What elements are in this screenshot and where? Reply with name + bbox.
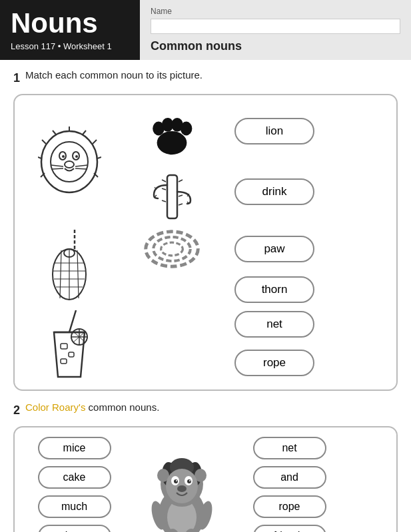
cactus-icon-cell <box>147 162 197 222</box>
svg-point-4 <box>181 122 193 136</box>
word-net: net <box>234 311 314 338</box>
section2-header: 2 Color Roary's common nouns. <box>13 401 398 419</box>
svg-point-71 <box>174 479 178 483</box>
svg-line-45 <box>60 250 61 298</box>
word-and: and <box>253 466 326 489</box>
cactus-icon <box>147 162 197 222</box>
svg-line-12 <box>42 140 46 144</box>
roary-icon-cell <box>142 441 222 533</box>
gourd-icon <box>48 226 91 303</box>
lesson-subtitle: Lesson 117 • Worksheet 1 <box>11 41 129 51</box>
exercise2-grid: mice <box>23 437 388 532</box>
drink-cup-icon <box>46 307 93 380</box>
word-paw: paw <box>234 236 314 262</box>
instruction-black-text: common nouns. <box>89 401 160 413</box>
svg-line-8 <box>93 140 97 144</box>
page: Nouns Lesson 117 • Worksheet 1 Name Comm… <box>0 0 411 532</box>
svg-rect-56 <box>61 344 67 349</box>
exercise2-box: mice <box>13 426 398 532</box>
lion-face-icon-cell <box>38 125 101 202</box>
exercise1-box: lion <box>13 94 398 391</box>
word-drink: drink <box>234 178 314 205</box>
word-thorn-2: thorn <box>38 525 111 532</box>
svg-point-38 <box>161 242 183 256</box>
svg-point-75 <box>177 485 187 492</box>
gourd-icon-cell <box>48 226 91 303</box>
header-right: Name Common nouns <box>140 0 411 60</box>
section2-number: 2 <box>13 403 20 417</box>
header-left: Nouns Lesson 117 • Worksheet 1 <box>0 0 140 60</box>
word-rope-2: rope <box>253 495 326 518</box>
svg-line-28 <box>162 188 166 190</box>
word-rope: rope <box>234 350 314 376</box>
svg-line-27 <box>179 180 183 182</box>
paw-icon-cell <box>145 105 199 158</box>
name-input[interactable] <box>151 19 400 34</box>
content: 1 Match each common noun to its picture. <box>0 60 411 532</box>
lion-face-icon <box>38 125 101 202</box>
rope-icon <box>142 226 202 272</box>
svg-line-30 <box>162 200 166 202</box>
svg-point-74 <box>189 480 191 481</box>
instruction-color-text: Color Roary's <box>25 401 89 413</box>
word-lion: lion <box>234 118 314 144</box>
svg-line-31 <box>179 204 183 205</box>
svg-line-26 <box>162 180 166 182</box>
word-net-2: net <box>253 437 326 459</box>
page-title: Nouns <box>11 9 129 37</box>
drink-cup-icon-cell <box>46 307 93 380</box>
svg-point-72 <box>187 479 191 483</box>
svg-line-49 <box>69 310 76 332</box>
svg-point-73 <box>176 480 177 481</box>
section1-number: 1 <box>13 71 20 85</box>
word-cake: cake <box>38 466 111 489</box>
svg-line-47 <box>77 250 79 298</box>
svg-line-24 <box>75 168 87 169</box>
svg-line-22 <box>51 168 63 169</box>
word-friends: friends <box>253 525 326 532</box>
svg-point-19 <box>75 155 78 158</box>
word-mice: mice <box>38 437 111 459</box>
svg-point-18 <box>62 155 65 158</box>
section2-instruction: Color Roary's common nouns. <box>25 401 159 413</box>
word-much: much <box>38 495 111 518</box>
svg-point-0 <box>157 131 187 154</box>
exercise1-grid: lion <box>23 105 388 380</box>
paw-icon <box>145 105 199 158</box>
roary-icon <box>142 441 222 533</box>
common-nouns-label: Common nouns <box>151 39 400 53</box>
svg-line-29 <box>179 195 183 196</box>
svg-line-9 <box>97 157 101 158</box>
header: Nouns Lesson 117 • Worksheet 1 Name Comm… <box>0 0 411 60</box>
svg-line-11 <box>53 131 56 134</box>
svg-rect-25 <box>167 175 177 218</box>
name-label: Name <box>151 7 400 16</box>
rope-icon-cell <box>142 226 202 272</box>
section1-header: 1 Match each common noun to its picture. <box>13 69 398 87</box>
section1-instruction: Match each common noun to its picture. <box>25 69 203 81</box>
svg-point-37 <box>153 237 191 261</box>
svg-line-7 <box>83 131 86 134</box>
word-thorn: thorn <box>234 276 314 303</box>
svg-rect-57 <box>69 352 74 357</box>
svg-rect-58 <box>61 359 67 364</box>
